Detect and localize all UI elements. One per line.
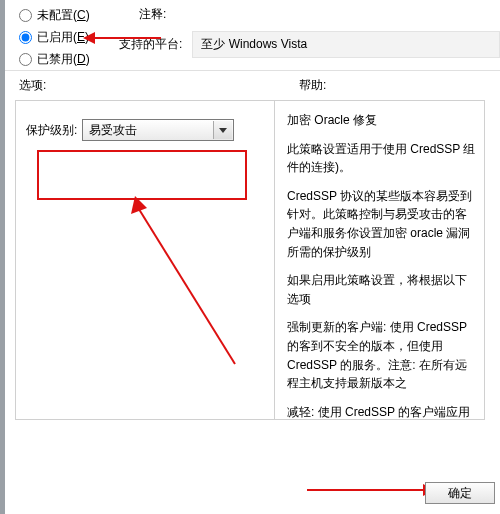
- ok-button[interactable]: 确定: [425, 482, 495, 504]
- radio-not-configured-label: 未配置(C): [37, 7, 90, 24]
- options-panel: 保护级别: 易受攻击: [15, 100, 275, 420]
- radio-enabled-input[interactable]: [19, 31, 32, 44]
- help-p4: 强制更新的客户端: 使用 CredSSP 的客到不安全的版本，但使用 CredS…: [287, 318, 478, 392]
- help-panel: 加密 Oracle 修复 此策略设置适用于使用 CredSSP 组件的连接)。 …: [275, 100, 485, 420]
- help-label: 帮助:: [299, 77, 326, 94]
- panels: 保护级别: 易受攻击 加密 Oracle 修复 此策略设置适用于使用 CredS…: [5, 100, 500, 420]
- help-title: 加密 Oracle 修复: [287, 111, 478, 130]
- notes-label: 注释:: [139, 6, 166, 23]
- platform-row: 支持的平台: 至少 Windows Vista: [119, 31, 500, 58]
- dialog-buttons: 确定: [425, 482, 495, 504]
- notes-row: 注释:: [139, 6, 500, 23]
- protection-level-combo[interactable]: 易受攻击: [82, 119, 234, 141]
- options-label: 选项:: [19, 77, 299, 94]
- state-radio-group: 未配置(C) 已启用(E) 已禁用(D) 注释: 支持的平台: 至少 Windo…: [5, 0, 500, 64]
- section-labels: 选项: 帮助:: [5, 77, 500, 100]
- help-p5: 减轻: 使用 CredSSP 的客户端应用程序本，但使用 CredSSP 的服务…: [287, 403, 478, 420]
- annotation-arrow-3: [305, 480, 435, 500]
- protection-level-row: 保护级别: 易受攻击: [26, 119, 264, 141]
- combo-dropdown-button[interactable]: [213, 121, 232, 139]
- help-p2: CredSSP 协议的某些版本容易受到针对。此策略控制与易受攻击的客户端和服务你…: [287, 187, 478, 261]
- radio-enabled-label: 已启用(E): [37, 29, 89, 46]
- protection-level-label: 保护级别:: [26, 122, 82, 139]
- radio-not-configured-input[interactable]: [19, 9, 32, 22]
- platform-value: 至少 Windows Vista: [192, 31, 500, 58]
- help-p1: 此策略设置适用于使用 CredSSP 组件的连接)。: [287, 140, 478, 177]
- chevron-down-icon: [219, 128, 227, 133]
- help-p3: 如果启用此策略设置，将根据以下选项: [287, 271, 478, 308]
- protection-level-value: 易受攻击: [89, 122, 137, 139]
- policy-editor-dialog: 未配置(C) 已启用(E) 已禁用(D) 注释: 支持的平台: 至少 Windo…: [0, 0, 500, 514]
- radio-disabled-label: 已禁用(D): [37, 51, 90, 68]
- divider: [5, 70, 500, 71]
- platform-label: 支持的平台:: [119, 36, 182, 53]
- radio-disabled-input[interactable]: [19, 53, 32, 66]
